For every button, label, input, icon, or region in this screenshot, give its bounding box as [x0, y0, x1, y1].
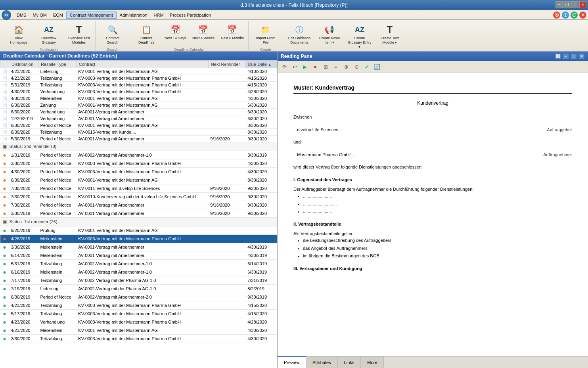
table-row[interactable]: ● 3/30/2019 Period of Notice AV-0001-Ver… [0, 209, 277, 218]
doc-intro: wird dieser Vertrag über folgende Dienst… [293, 164, 572, 171]
import-from-file-button[interactable]: 📁 Import From File [251, 21, 280, 47]
table-row[interactable]: 📄 12/20/2019 Verhandlung AV-0001-Vertrag… [0, 115, 277, 122]
table-row-selected[interactable]: ▶ ● 4/26/2019 Meilenstein KV-0003-Vertra… [0, 235, 277, 243]
table-row[interactable]: ● 4/23/2020 Teilzahlung KV-0003-Vertrag … [0, 301, 277, 310]
table-row[interactable]: 📄 8/30/2020 Teilzahlung KV-0015-Vertrag … [0, 129, 277, 136]
next-4-weeks-button[interactable]: 📅 Next 4 Weeks [190, 21, 217, 47]
status-section-2nd-reminder[interactable]: ▣ Status: 2nd reminder (8) [0, 142, 277, 151]
table-row[interactable]: ● 3/30/2020 Teilzahlung KV-0003-Vertrag … [0, 335, 277, 343]
table-row[interactable]: ● 6/14/2020 Meilenstein AV-0001-Vertrag … [0, 251, 277, 260]
contract-search-button[interactable]: 🔍 Contract Search [98, 21, 127, 47]
table-row[interactable]: ● 3/30/2020 Meilenstein AV-0001-Vertrag … [0, 243, 277, 251]
due-date: 8/2/2019 [245, 285, 276, 293]
table-row[interactable]: ● 4/23/2020 Meilenstein KV-0001-Vertrag … [0, 326, 277, 335]
table-row[interactable]: 📄 4/23/2020 Lieferung KV-0001-Vertrag mi… [0, 68, 277, 75]
contract: KV-0003-Vertrag mit der Mustermann Pharm… [76, 88, 208, 95]
rp-tool-add[interactable]: ⊕ [342, 62, 351, 71]
rp-ctrl-maximize[interactable]: □ [571, 53, 577, 59]
toolbar-group-create: 📁 Import From File Create [249, 21, 282, 52]
menu-administration[interactable]: Administration [117, 12, 151, 18]
toolbar-group-search: 🔍 Contract Search Search [96, 21, 129, 52]
create-news-item-button[interactable]: 📢 Create News Item ▾ [315, 21, 344, 51]
text-module-icon: T [383, 23, 396, 36]
table-row[interactable]: ● 1/31/2019 Period of Notice AV-0002-Ver… [0, 151, 277, 159]
rp-tool-grid[interactable]: ⊞ [321, 62, 330, 71]
minimize-button[interactable]: ─ [555, 1, 563, 8]
tab-links[interactable]: Links [338, 356, 361, 368]
menu-contract-management[interactable]: Contract Management [66, 12, 117, 19]
tab-more[interactable]: More [361, 356, 384, 368]
contract: KV-0011-Vertrag mit d.velop Life Science… [76, 184, 208, 193]
table-row[interactable]: ● 6/16/2019 Meilenstein AV-0002-Vertrag … [0, 268, 277, 276]
menu-hrm[interactable]: HRM [151, 12, 167, 18]
deadline-table-container[interactable]: Distribution Respite Type Contract Next … [0, 60, 277, 368]
next-reminder [208, 260, 245, 268]
glossary-icon: AZ [42, 23, 55, 36]
table-row[interactable]: ● 9/20/2019 Prüfung KV-0001-Vertrag mit … [0, 226, 277, 235]
menu-icon-close[interactable]: ✕ [579, 12, 586, 19]
current-deadlines-button[interactable]: 📋 Current Deadlines [132, 21, 161, 47]
menu-eqm[interactable]: EQM [50, 12, 66, 18]
col-contract[interactable]: Contract [76, 61, 208, 68]
table-row[interactable]: 📄 6/30/2020 Zahlung KV-0001-Vertrag mit … [0, 102, 277, 109]
col-distribution[interactable]: Distribution [9, 61, 38, 68]
rp-tool-check[interactable]: ✔ [362, 62, 371, 71]
create-text-module-button[interactable]: T Create Text Module ▾ [375, 21, 404, 51]
green-dot-icon: ● [3, 252, 6, 259]
rp-ctrl-close[interactable]: ✕ [578, 53, 585, 59]
rp-ctrl-split-vertical[interactable]: ▪ [563, 53, 569, 59]
row-icon: 📄 [2, 123, 7, 128]
table-row[interactable]: 📄 6/30/2020 Verhandlung AV-0001-Vertrag … [0, 109, 277, 115]
close-button[interactable]: ✕ [579, 1, 586, 8]
menu-icon-a[interactable]: Ⓐ [553, 12, 560, 19]
rp-tool-play[interactable]: ▶ [301, 62, 309, 71]
tab-preview[interactable]: Preview [278, 356, 306, 368]
table-row[interactable]: ● 7/30/2020 Period of Notice KV-0011-Ver… [0, 184, 277, 193]
edit-guidance-button[interactable]: ⓘ Edit Guidance Documents [285, 21, 314, 51]
rp-tool-refresh[interactable]: ⟳ [280, 62, 289, 71]
menu-icon-person[interactable]: Ⓟ [571, 12, 578, 19]
table-row[interactable]: ● 7/19/2019 Lieferung AV-0002-Vertrag mi… [0, 285, 277, 293]
tab-attributes[interactable]: Attributes [306, 356, 337, 368]
rp-tool-circle[interactable]: ⊙ [352, 62, 361, 71]
overview-glossary-button[interactable]: AZ Overview Glossary [34, 21, 63, 47]
table-row[interactable]: ● 6/30/2020 Period of Notice KV-0001-Ver… [0, 176, 277, 184]
status-section-1st-reminder[interactable]: ▣ Status: 1st reminder (25) [0, 218, 277, 226]
table-row[interactable]: ● 3/30/2020 Period of Notice KV-0003-Ver… [0, 159, 277, 168]
table-row[interactable]: ● 7/30/2020 Period of Notice KV-0010-Kun… [0, 193, 277, 201]
table-row[interactable]: ● 4/23/2020 Verhandlung KV-0003-Vertrag … [0, 318, 277, 326]
table-row[interactable]: ● 5/17/2019 Teilzahlung KV-0003-Vertrag … [0, 310, 277, 318]
menu-myqm[interactable]: My QM [29, 12, 50, 18]
col-next-reminder[interactable]: Next Reminder [208, 61, 245, 68]
table-row[interactable]: 📄 4/30/2020 Meilenstein KV-0001-Vertrag … [0, 95, 277, 102]
menu-icon-info[interactable]: ⓘ [562, 12, 569, 19]
type: Period of Notice [38, 201, 76, 209]
table-row[interactable]: 📄 5/30/2019 Period of Notice AV-0001-Ver… [0, 136, 277, 142]
restore-button[interactable]: ❐ [563, 1, 571, 8]
table-row[interactable]: 📄 4/23/2020 Teilzahlung KV-0003-Vertrag … [0, 75, 277, 82]
table-row[interactable]: ● 5/31/2019 Teilzahlung AV-0002-Vertrag … [0, 260, 277, 268]
table-row[interactable]: ● 6/30/2019 Period of Notice AV-0002-Ver… [0, 293, 277, 301]
orange-dot-icon: ● [3, 160, 6, 167]
overview-text-modules-button[interactable]: T Overview Text Modules [64, 21, 94, 47]
table-row[interactable]: ● 7/17/2019 Teilzahlung AV-0002-Vertrag … [0, 276, 277, 285]
table-row[interactable]: 📄 8/30/2020 Period of Notice KV-0001-Ver… [0, 122, 277, 129]
rp-tool-cycle[interactable]: 🔄 [373, 62, 381, 71]
col-due-date[interactable]: Due-Date ▲ [245, 61, 276, 68]
col-respite-type[interactable]: Respite Type [38, 61, 76, 68]
view-homepage-button[interactable]: 🏠 View Homepage [4, 21, 33, 47]
rp-ctrl-split-horizontal[interactable]: ⬜ [555, 53, 561, 59]
rp-tool-record[interactable]: ● [311, 62, 320, 71]
menu-process-participation[interactable]: Process Participation [167, 12, 214, 18]
table-row[interactable]: 📄 5/31/2019 Teilzahlung KV-0003-Vertrag … [0, 82, 277, 88]
menu-dms[interactable]: DMS [13, 12, 29, 18]
rp-tool-undo[interactable]: ↩ [290, 62, 299, 71]
table-row[interactable]: ● 4/30/2020 Period of Notice KV-0003-Ver… [0, 168, 277, 176]
table-row[interactable]: 📄 4/30/2020 Verhandlung KV-0003-Vertrag … [0, 88, 277, 95]
maximize-button[interactable]: □ [571, 1, 578, 8]
table-row[interactable]: ● 7/30/2020 Period of Notice AV-0001-Ver… [0, 201, 277, 209]
rp-tool-list[interactable]: ≡ [331, 62, 340, 71]
next-6-months-button[interactable]: 📅 Next 6 Months [218, 21, 247, 47]
create-glossary-entry-button[interactable]: AZ Create Glossary Entry ▾ [345, 21, 374, 51]
next-14-days-button[interactable]: 📅 Next 14 Days [162, 21, 189, 47]
